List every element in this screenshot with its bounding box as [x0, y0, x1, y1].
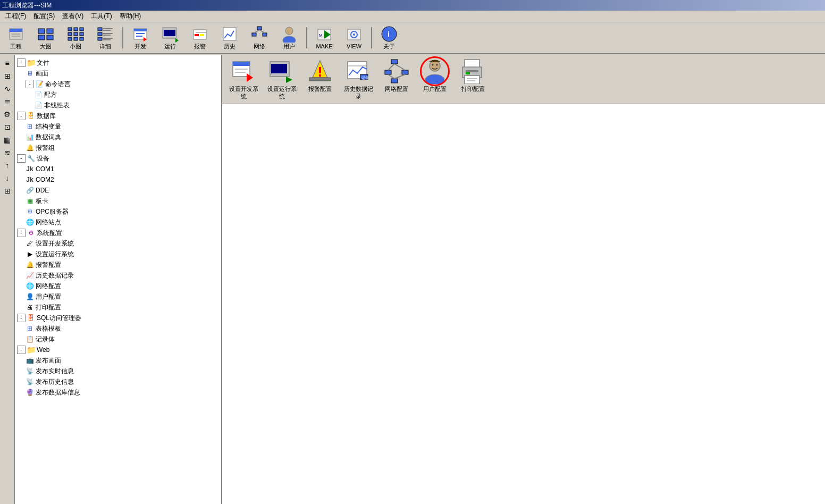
tree-item-opc[interactable]: ⚙ OPC服务器 — [26, 206, 219, 217]
tree-item-alarmcfg[interactable]: 🔔 报警配置 — [26, 259, 219, 270]
sidebar-btn-1[interactable]: ≡ — [2, 57, 13, 69]
tree-item-histdata[interactable]: 📈 历史数据记录 — [26, 270, 219, 281]
toolbar-about[interactable]: i 关于 — [375, 24, 403, 52]
tree-label-record: 记录体 — [36, 334, 219, 344]
tree-label-struct: 结构变量 — [36, 122, 219, 131]
toolbar-develop[interactable]: 开发 — [127, 24, 154, 52]
tree-item-sql[interactable]: - 🗄 SQL访问管理器 — [17, 313, 219, 323]
expand-device[interactable]: - — [17, 154, 26, 163]
tree-item-alarmgroup[interactable]: 🔔 报警组 — [26, 142, 219, 153]
printcfg-rt-icon — [460, 58, 486, 84]
menu-config[interactable]: 配置(S) — [30, 11, 58, 22]
toolbar-detail[interactable]: 详细 — [91, 24, 119, 52]
sidebar-btn-9[interactable]: ↑ — [2, 159, 13, 171]
sidebar-btn-6[interactable]: ⊡ — [2, 121, 13, 133]
tree-item-cmd[interactable]: - 📝 命令语言 — [26, 79, 219, 89]
menu-tools[interactable]: 工具(T) — [88, 11, 115, 22]
toolbar-network[interactable]: 网络 — [246, 24, 273, 52]
tree-item-com1[interactable]: Jk COM1 — [26, 164, 219, 174]
right-btn-usercfg[interactable]: 用户配置 — [418, 57, 452, 94]
tree-item-pubscreen[interactable]: 📺 发布画面 — [26, 355, 219, 366]
right-btn-alarmcfg[interactable]: 报警配置 — [303, 57, 337, 94]
tree-item-dict[interactable]: 📊 数据词典 — [26, 132, 219, 142]
tree-item-com2[interactable]: Jk COM2 — [26, 174, 219, 185]
sidebar-btn-2[interactable]: ⊞ — [2, 70, 13, 82]
toolbar-run[interactable]: 运行 — [156, 24, 184, 52]
svg-rect-37 — [200, 34, 204, 36]
expand-sql[interactable]: - — [17, 314, 26, 322]
toolbar-large[interactable]: 大图 — [32, 24, 60, 52]
svg-rect-20 — [98, 32, 102, 36]
netcfg-rt-icon — [384, 58, 409, 84]
tree-label-netsite: 网络站点 — [36, 217, 219, 227]
svg-rect-84 — [466, 72, 470, 74]
tree-item-setdev[interactable]: 🖊 设置开发系统 — [26, 238, 219, 249]
toolbar-view[interactable]: VIEW — [340, 24, 368, 52]
tree-item-screen[interactable]: 🖥 画面 — [26, 68, 219, 79]
make-icon: M — [316, 26, 333, 43]
expand-cmd[interactable]: - — [26, 80, 34, 88]
sidebar-btn-4[interactable]: ≣ — [2, 96, 13, 107]
right-btn-devsetup[interactable]: 设置开发系统 — [226, 57, 260, 102]
tree-label-netcfg: 网络配置 — [36, 281, 219, 291]
menu-help[interactable]: 帮助(H) — [116, 11, 145, 22]
tree-label-dde: DDE — [36, 186, 219, 195]
sidebar-btn-10[interactable]: ↓ — [2, 172, 13, 184]
right-btn-netcfg[interactable]: 网络配置 — [380, 57, 414, 94]
tree-item-board[interactable]: ▦ 板卡 — [26, 196, 219, 206]
tree-item-recipe[interactable]: 📄 配方 — [34, 89, 219, 100]
toolbar-project[interactable]: 工程 — [2, 24, 30, 52]
sidebar-btn-5[interactable]: ⚙ — [2, 108, 13, 120]
tree-item-nonlinear[interactable]: 📄 非线性表 — [34, 100, 219, 111]
toolbar-alarm[interactable]: 报警 — [186, 24, 214, 52]
right-btn-histdata[interactable]: 记录 历史数据记录 — [341, 57, 375, 102]
expand-db[interactable]: - — [17, 112, 26, 120]
com2-icon: Jk — [26, 175, 34, 184]
tree-item-table[interactable]: ⊞ 表格模板 — [26, 323, 219, 334]
sidebar-btn-7[interactable]: ▦ — [2, 134, 13, 146]
tree-item-pubdb[interactable]: 🔮 发布数据库信息 — [26, 387, 219, 398]
menu-project[interactable]: 工程(F) — [2, 11, 29, 22]
tree-item-pubreal[interactable]: 📡 发布实时信息 — [26, 366, 219, 376]
tree-item-db[interactable]: - 🗄 数据库 — [17, 111, 219, 121]
toolbar-make[interactable]: M MAKE — [310, 24, 338, 52]
right-btn-printcfg[interactable]: 打印配置 — [456, 57, 490, 94]
tree-item-web[interactable]: - 📁 Web — [17, 345, 219, 355]
tree-item-pubhist[interactable]: 📡 发布历史信息 — [26, 376, 219, 387]
tree-item-device[interactable]: - 🔧 设备 — [17, 153, 219, 164]
sidebar-btn-3[interactable]: ∿ — [2, 83, 13, 95]
toolbar-user[interactable]: 用户 — [275, 24, 303, 52]
histdata-rt-icon: 记录 — [346, 58, 371, 84]
content-area — [222, 104, 825, 504]
svg-rect-36 — [195, 34, 199, 36]
sidebar-btn-11[interactable]: ⊞ — [2, 185, 13, 197]
tree-item-file[interactable]: - 📁 文件 — [17, 57, 219, 68]
toolbar-make-label: MAKE — [316, 43, 332, 49]
svg-text:i: i — [388, 30, 390, 38]
right-btn-runsetup[interactable]: 设置运行系统 — [265, 57, 299, 102]
tree-item-struct[interactable]: ⊞ 结构变量 — [26, 121, 219, 132]
tree-item-record[interactable]: 📋 记录体 — [26, 334, 219, 345]
usercfg-rt-icon — [422, 58, 448, 84]
tree-item-usercfg[interactable]: 👤 用户配置 — [26, 291, 219, 302]
toolbar-small[interactable]: 小图 — [62, 24, 89, 52]
svg-line-75 — [388, 74, 394, 79]
expand-web[interactable]: - — [17, 346, 26, 354]
menu-view[interactable]: 查看(V) — [59, 11, 87, 22]
toolbar-history[interactable]: 历史 — [216, 24, 243, 52]
sidebar-btn-8[interactable]: ≋ — [2, 147, 13, 158]
expand-file[interactable]: - — [17, 58, 26, 67]
tree-label-device: 设备 — [37, 154, 219, 163]
svg-rect-39 — [257, 27, 262, 30]
tree-item-netcfg[interactable]: 🌐 网络配置 — [26, 281, 219, 291]
svg-rect-21 — [103, 33, 113, 34]
tree-item-setrun[interactable]: ▶ 设置运行系统 — [26, 249, 219, 259]
expand-sysconfig[interactable]: - — [17, 229, 26, 237]
svg-point-45 — [283, 36, 296, 43]
tree-item-printcfg[interactable]: 🖨 打印配置 — [26, 302, 219, 313]
tree-item-netsite[interactable]: 🌐 网络站点 — [26, 217, 219, 228]
pubdb-icon: 🔮 — [26, 388, 34, 397]
tree-item-sysconfig[interactable]: - ⚙ 系统配置 — [17, 228, 219, 238]
svg-point-79 — [436, 64, 438, 66]
tree-item-dde[interactable]: 🔗 DDE — [26, 185, 219, 196]
